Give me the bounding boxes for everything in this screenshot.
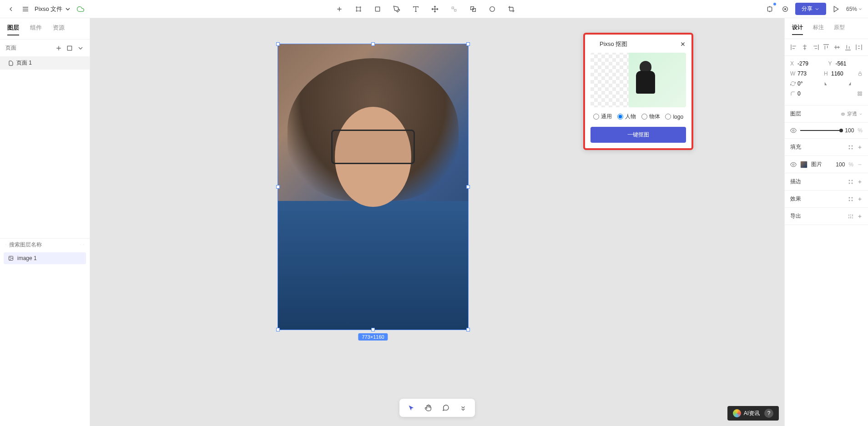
- style-icon[interactable]: [848, 145, 853, 150]
- rotation-icon: [790, 81, 796, 86]
- tab-layers[interactable]: 图层: [7, 24, 19, 35]
- page-item[interactable]: 页面 1: [0, 56, 90, 70]
- y-input[interactable]: [836, 60, 858, 67]
- add-stroke-icon[interactable]: [857, 179, 863, 185]
- distribute-icon[interactable]: [855, 44, 863, 51]
- radius-input[interactable]: [797, 90, 820, 97]
- collapse-icon[interactable]: [77, 45, 84, 52]
- h-field[interactable]: H: [824, 70, 854, 77]
- radio-object[interactable]: 物体: [641, 113, 660, 120]
- svg-rect-14: [858, 74, 861, 76]
- help-icon[interactable]: ?: [764, 409, 773, 418]
- rotation-field[interactable]: [790, 80, 820, 87]
- text-icon[interactable]: [410, 4, 421, 15]
- fill-type: 图片: [811, 160, 822, 168]
- resize-handle-bl[interactable]: [276, 328, 280, 331]
- align-right-icon[interactable]: [812, 44, 819, 51]
- crop-icon[interactable]: [506, 4, 517, 15]
- filter-icon[interactable]: [80, 241, 81, 248]
- tab-design[interactable]: 设计: [792, 24, 803, 35]
- more-tools-icon[interactable]: [458, 402, 469, 413]
- main-layout: 图层 组件 资源 页面 页面 1: [0, 18, 868, 426]
- resize-handle-bm[interactable]: [371, 328, 375, 331]
- cursor-tool-icon[interactable]: [406, 402, 417, 413]
- radio-general[interactable]: 通用: [593, 113, 612, 120]
- back-icon[interactable]: [5, 4, 16, 15]
- zoom-control[interactable]: 65%: [846, 6, 863, 12]
- resize-handle-rm[interactable]: [466, 185, 470, 189]
- tab-components[interactable]: 组件: [30, 24, 42, 35]
- resize-handle-lm[interactable]: [276, 185, 280, 189]
- layer-search-input[interactable]: [9, 241, 77, 248]
- tab-prototype[interactable]: 原型: [834, 24, 845, 35]
- pen-icon[interactable]: [391, 4, 402, 15]
- location-icon[interactable]: [780, 4, 791, 15]
- canvas[interactable]: 773×1160 Pixso 抠图 通用 人物 物体: [90, 18, 784, 426]
- rotation-input[interactable]: [797, 80, 820, 87]
- frame-icon[interactable]: [353, 4, 364, 15]
- flip-v[interactable]: [845, 80, 863, 87]
- x-input[interactable]: [797, 60, 820, 67]
- style-icon[interactable]: [848, 179, 853, 185]
- align-left-icon[interactable]: [790, 44, 797, 51]
- add-effect-icon[interactable]: [857, 196, 863, 202]
- share-button[interactable]: 分享: [795, 3, 826, 15]
- page-list-icon[interactable]: [66, 45, 73, 52]
- resize-handle-tr[interactable]: [466, 42, 470, 46]
- hand-tool-icon[interactable]: [423, 402, 434, 413]
- component-icon[interactable]: [449, 4, 459, 15]
- shape-icon[interactable]: [372, 4, 383, 15]
- radio-logo[interactable]: logo: [665, 113, 683, 120]
- svg-point-26: [792, 164, 794, 165]
- lock-aspect-icon[interactable]: [858, 71, 863, 76]
- cutout-button[interactable]: 一键抠图: [590, 127, 686, 143]
- svg-point-11: [5, 244, 6, 245]
- left-panel-tabs: 图层 组件 资源: [0, 18, 90, 40]
- menu-icon[interactable]: [20, 4, 31, 15]
- tab-annotate[interactable]: 标注: [813, 24, 824, 35]
- close-icon[interactable]: [680, 41, 686, 47]
- selection-frame[interactable]: 773×1160: [278, 44, 469, 330]
- resize-handle-br[interactable]: [466, 328, 470, 331]
- settings-icon[interactable]: [83, 241, 84, 248]
- independent-corners-icon[interactable]: [857, 91, 863, 96]
- visibility-icon[interactable]: [790, 127, 797, 134]
- comment-tool-icon[interactable]: [440, 402, 451, 413]
- export-settings-icon[interactable]: [848, 214, 853, 219]
- visibility-icon[interactable]: [790, 161, 797, 168]
- resize-handle-tl[interactable]: [276, 42, 280, 46]
- add-page-icon[interactable]: [55, 45, 62, 52]
- y-field[interactable]: Y: [828, 60, 863, 67]
- x-field[interactable]: X: [790, 60, 825, 67]
- align-bottom-icon[interactable]: [844, 44, 852, 51]
- align-vcenter-icon[interactable]: [833, 44, 841, 51]
- cloud-sync-icon[interactable]: [75, 4, 86, 15]
- radio-person[interactable]: 人物: [617, 113, 636, 120]
- flip-h[interactable]: [824, 80, 842, 87]
- play-icon[interactable]: [831, 4, 842, 15]
- w-input[interactable]: [797, 70, 820, 77]
- w-field[interactable]: W: [790, 70, 820, 77]
- tab-assets[interactable]: 资源: [53, 24, 65, 35]
- remove-fill-icon[interactable]: [857, 162, 863, 167]
- resize-handle-tm[interactable]: [371, 42, 375, 46]
- h-input[interactable]: [831, 70, 854, 77]
- boolean-icon[interactable]: [468, 4, 479, 15]
- svg-rect-18: [860, 94, 862, 95]
- add-fill-icon[interactable]: [857, 145, 863, 150]
- svg-point-22: [849, 145, 850, 146]
- add-export-icon[interactable]: [857, 214, 863, 219]
- layer-item[interactable]: image 1: [4, 252, 86, 264]
- fill-swatch[interactable]: [800, 161, 807, 168]
- circle-icon[interactable]: [487, 4, 498, 15]
- align-hcenter-icon[interactable]: [801, 44, 808, 51]
- plugin-icon[interactable]: [764, 4, 775, 15]
- align-top-icon[interactable]: [823, 44, 830, 51]
- opacity-slider[interactable]: [800, 130, 841, 131]
- blend-mode[interactable]: 穿透: [841, 110, 863, 117]
- radius-field[interactable]: [790, 90, 853, 97]
- move-icon[interactable]: [429, 4, 440, 15]
- style-icon[interactable]: [848, 196, 853, 202]
- file-name[interactable]: Pixso 文件: [35, 5, 71, 13]
- add-icon[interactable]: [334, 4, 345, 15]
